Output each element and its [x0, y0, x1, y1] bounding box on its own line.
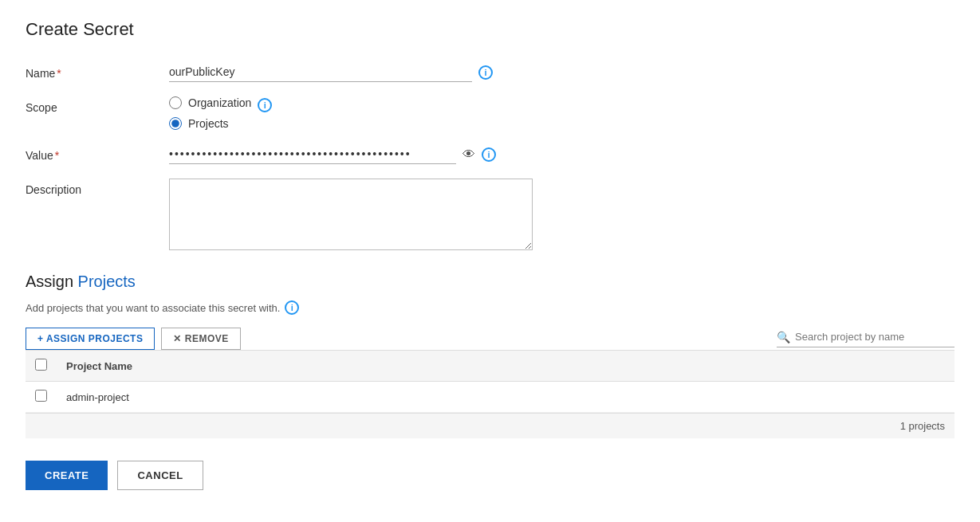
scope-row: Scope Organization Projects i — [26, 96, 954, 130]
assign-projects-title: Assign Projects — [26, 273, 954, 291]
actions-row: CREATE CANCEL — [26, 461, 954, 490]
table-header-row: Project Name — [26, 351, 954, 382]
assign-projects-info-icon[interactable]: i — [285, 300, 299, 315]
name-control-wrap: i — [169, 62, 954, 82]
search-wrap: 🔍 — [777, 331, 954, 347]
cancel-button[interactable]: CANCEL — [117, 461, 203, 490]
description-label: Description — [26, 179, 169, 196]
toggle-visibility-icon[interactable]: 👁 — [462, 147, 475, 162]
name-input[interactable] — [169, 62, 472, 82]
value-control-wrap: 👁 i — [169, 144, 954, 164]
description-row: Description — [26, 179, 954, 250]
scope-org-option[interactable]: Organization — [169, 96, 251, 109]
row-checkbox-cell — [26, 382, 57, 413]
assign-projects-desc: Add projects that you want to associate … — [26, 300, 954, 315]
scope-org-label: Organization — [188, 96, 251, 109]
projects-toolbar: + ASSIGN PROJECTS ✕ REMOVE 🔍 — [26, 328, 954, 350]
scope-projects-radio[interactable] — [169, 117, 182, 130]
scope-radios: Organization Projects — [169, 96, 251, 130]
value-input[interactable] — [169, 144, 456, 164]
name-info-icon[interactable]: i — [478, 65, 493, 80]
toolbar-left: + ASSIGN PROJECTS ✕ REMOVE — [26, 328, 241, 350]
page-title: Create Secret — [26, 19, 954, 40]
name-row: Name* i — [26, 62, 954, 82]
scope-label: Scope — [26, 96, 169, 114]
scope-control-wrap: Organization Projects i — [169, 96, 954, 130]
select-all-checkbox[interactable] — [35, 359, 47, 371]
scope-projects-label: Projects — [188, 117, 229, 130]
value-label: Value* — [26, 144, 169, 162]
description-control-wrap — [169, 179, 954, 250]
table-footer: 1 projects — [26, 413, 954, 438]
scope-projects-option[interactable]: Projects — [169, 117, 251, 130]
value-info-icon[interactable]: i — [482, 147, 496, 162]
create-button[interactable]: CREATE — [26, 461, 108, 490]
description-input[interactable] — [169, 179, 533, 250]
table-row: admin-project — [26, 382, 954, 413]
remove-button[interactable]: ✕ REMOVE — [161, 328, 240, 350]
search-input[interactable] — [795, 331, 954, 343]
name-label: Name* — [26, 62, 169, 80]
header-checkbox-cell — [26, 351, 57, 382]
project-name-header: Project Name — [57, 351, 954, 382]
projects-table: Project Name admin-project — [26, 350, 954, 413]
scope-org-radio[interactable] — [169, 96, 182, 109]
value-row: Value* 👁 i — [26, 144, 954, 164]
scope-info-icon[interactable]: i — [258, 98, 272, 112]
assign-projects-section: Assign Projects Add projects that you wa… — [26, 273, 954, 438]
assign-projects-button[interactable]: + ASSIGN PROJECTS — [26, 328, 155, 350]
row-checkbox[interactable] — [35, 390, 47, 402]
project-name-cell: admin-project — [57, 382, 954, 413]
search-icon: 🔍 — [777, 331, 790, 343]
